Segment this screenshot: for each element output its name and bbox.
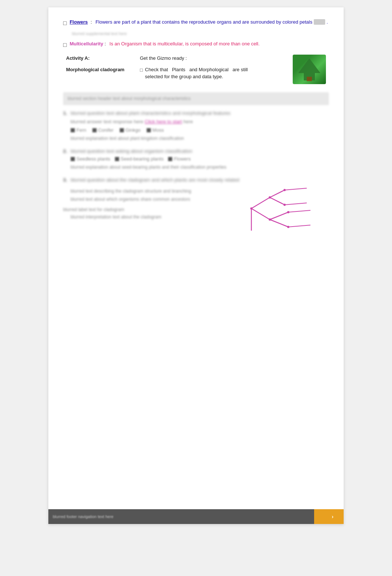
- activity-a-label: Activity A:: [63, 53, 137, 65]
- q1-explanation: blurred explanation text about plant kin…: [71, 135, 329, 142]
- q2-option-seedless: Seedless plants: [71, 156, 110, 162]
- cladogram-interp: blurred interpretation text about the cl…: [71, 214, 233, 220]
- moss-checkbox[interactable]: [147, 128, 151, 132]
- svg-point-13: [250, 207, 252, 210]
- multicellularity-term[interactable]: Multicellularity: [70, 41, 103, 46]
- svg-line-10: [285, 203, 307, 205]
- q2-header: 2. blurred question text asking about or…: [63, 148, 329, 154]
- svg-line-6: [251, 208, 270, 220]
- svg-line-9: [285, 188, 307, 190]
- section-header-blurred: blurred section header text about morpho…: [63, 92, 329, 105]
- question-3: 3. blurred question about the cladogram …: [63, 177, 329, 235]
- multicellularity-colon: :: [104, 41, 106, 46]
- q1-options-row: Fern Conifer Ginkgo Moss: [71, 127, 329, 133]
- cladogram-desc2: blurred text about which organisms share…: [71, 196, 233, 203]
- flowers-definition: Flowers are part of a plant that contain…: [96, 19, 328, 25]
- step-bullet: □: [140, 66, 143, 74]
- bottom-navigation-bar: blurred footer navigation text here ›: [48, 509, 344, 524]
- bullet-multicell: □: [63, 41, 67, 49]
- check-that-text: Check that Plants and Morphological are …: [145, 66, 248, 80]
- option-ginkgo: Ginkgo: [120, 127, 141, 133]
- svg-line-4: [270, 190, 285, 197]
- option-fern: Fern: [71, 127, 86, 133]
- bullet-flowers: □: [63, 19, 67, 28]
- option-conifer: Conifer: [92, 127, 114, 133]
- q1-text: blurred question text about plant charac…: [71, 110, 230, 116]
- cladogram-section: blurred text describing the cladogram st…: [63, 186, 329, 235]
- svg-line-5: [270, 197, 285, 205]
- multicellularity-vocab-item: □ Multicellularity : Is an Organism that…: [63, 40, 329, 49]
- svg-point-18: [287, 211, 289, 213]
- multicellularity-definition: Is an Organism that is multicellular, is…: [110, 41, 260, 46]
- morphological-label: Morphological cladogram: [63, 65, 137, 86]
- morphological-instructions: □ Check that Plants and Morphological ar…: [137, 65, 289, 86]
- tree-svg: [295, 56, 324, 82]
- q2-options-row: Seedless plants Seed-bearing plants Flow…: [71, 156, 329, 162]
- flowers-extra-blurred: blurred supplemental text here: [72, 31, 329, 36]
- cladogram-desc1: blurred text describing the cladogram st…: [71, 188, 233, 194]
- q2-explanation: blurred explanation about seed-bearing p…: [71, 164, 329, 170]
- svg-line-3: [251, 197, 270, 208]
- cladogram-image: [240, 186, 329, 235]
- cladogram-svg: [240, 186, 329, 234]
- q1-number: 1.: [63, 110, 67, 116]
- q2-option-flowers: Flowers: [168, 156, 191, 162]
- ginkgo-checkbox[interactable]: [120, 128, 124, 132]
- svg-line-7: [270, 212, 288, 220]
- flowers-highlight: [314, 19, 325, 25]
- flowers-term[interactable]: Flowers: [70, 19, 88, 25]
- flowers-colon: :: [90, 19, 92, 25]
- svg-point-17: [283, 204, 286, 206]
- q1-pink-link[interactable]: Click here to start: [145, 119, 182, 124]
- option-moss: Moss: [147, 127, 164, 133]
- next-button[interactable]: ›: [325, 511, 340, 522]
- svg-line-11: [288, 210, 310, 212]
- q3-text: blurred question about the cladogram and…: [71, 177, 239, 183]
- svg-line-8: [270, 220, 288, 227]
- q1-header: 1. blurred question text about plant cha…: [63, 110, 329, 116]
- question-1: 1. blurred question text about plant cha…: [63, 110, 329, 142]
- q3-number: 3.: [63, 177, 67, 183]
- q2-option-seed-bearing: Seed-bearing plants: [115, 156, 164, 162]
- conifer-checkbox[interactable]: [92, 128, 97, 132]
- gizmo-tree-image: [293, 55, 326, 84]
- q2-number: 2.: [63, 148, 67, 154]
- svg-point-19: [287, 226, 289, 228]
- cladogram-label-blurred: blurred label text for cladogram: [63, 207, 233, 212]
- activity-table: Activity A: Get the Gizmo ready : Morpho…: [63, 53, 329, 86]
- flowers-vocab-item: □ Flowers : Flowers are part of a plant …: [63, 18, 329, 28]
- svg-point-15: [269, 218, 271, 221]
- activity-a-value: Get the Gizmo ready :: [137, 53, 289, 65]
- svg-line-12: [288, 225, 310, 227]
- svg-rect-1: [307, 77, 312, 81]
- svg-point-14: [269, 196, 271, 199]
- q2-text: blurred question text asking about organ…: [71, 148, 192, 154]
- seedless-checkbox[interactable]: [71, 157, 75, 161]
- flowers-checkbox[interactable]: [168, 157, 172, 161]
- page-container: □ Flowers : Flowers are part of a plant …: [48, 7, 344, 524]
- cladogram-text-area: blurred text describing the cladogram st…: [63, 186, 233, 222]
- seed-bearing-checkbox[interactable]: [115, 157, 119, 161]
- question-2: 2. blurred question text asking about or…: [63, 148, 329, 170]
- bottom-bar-text: blurred footer navigation text here: [53, 514, 114, 519]
- svg-point-16: [283, 189, 286, 191]
- q3-header: 3. blurred question about the cladogram …: [63, 177, 329, 183]
- fern-checkbox[interactable]: [71, 128, 75, 132]
- q1-answer: blurred answer text response here Click …: [71, 119, 329, 124]
